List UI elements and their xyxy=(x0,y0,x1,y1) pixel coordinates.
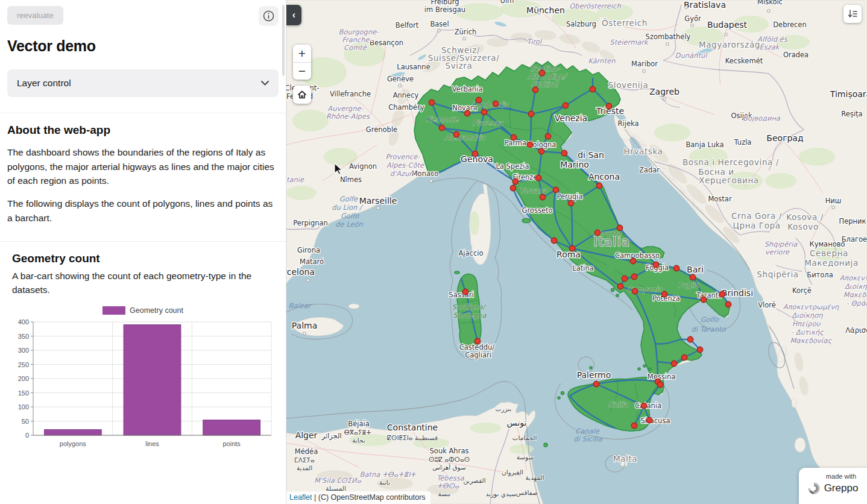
city-marker[interactable] xyxy=(540,194,545,200)
map-label: Marino xyxy=(560,160,589,169)
city-marker[interactable] xyxy=(528,111,534,116)
reevaluate-button[interactable]: reevaluate xyxy=(7,6,63,25)
city-marker[interactable] xyxy=(697,347,702,352)
city-marker[interactable] xyxy=(553,187,558,192)
map-label: المهدية xyxy=(525,474,544,482)
city-marker[interactable] xyxy=(641,403,646,408)
zoom-control: + − xyxy=(293,45,311,80)
city-marker[interactable] xyxy=(719,291,725,297)
map-label: Ajaccio xyxy=(459,249,484,257)
city-marker[interactable] xyxy=(632,288,637,294)
map-label: القصرين xyxy=(463,477,485,485)
svg-text:150: 150 xyxy=(18,389,29,397)
home-extent-button[interactable] xyxy=(293,86,311,104)
city-marker[interactable] xyxy=(538,148,544,154)
city-marker[interactable] xyxy=(493,101,498,106)
city-marker[interactable] xyxy=(476,97,481,102)
map-attribution: Leaflet | (C) OpenStreetMap contributors xyxy=(286,491,430,504)
city-marker[interactable] xyxy=(631,274,637,279)
city-marker[interactable] xyxy=(593,381,599,386)
city-marker[interactable] xyxy=(561,150,567,156)
city-marker[interactable] xyxy=(472,151,478,156)
city-marker[interactable] xyxy=(701,297,706,302)
map-label: Διοίκησ xyxy=(845,282,867,291)
map-label: Rhône-Alpes xyxy=(326,112,370,121)
city-marker[interactable] xyxy=(617,283,623,289)
info-button[interactable] xyxy=(259,6,279,26)
map-canvas[interactable]: Freiburgim BreisgauUlmMünchenOberösterre… xyxy=(286,0,867,504)
layers-list-button[interactable] xyxy=(843,5,862,23)
sidebar-scrollbar[interactable] xyxy=(282,5,285,76)
city-marker[interactable] xyxy=(512,178,518,184)
map-label: Reșița xyxy=(841,110,862,118)
city-marker[interactable] xyxy=(622,276,627,281)
city-marker[interactable] xyxy=(671,361,676,366)
town-dot xyxy=(666,43,669,46)
city-marker[interactable] xyxy=(532,87,538,92)
city-marker[interactable] xyxy=(481,109,487,115)
zoom-in-button[interactable]: + xyxy=(293,45,311,62)
greppo-badge[interactable]: made with Greppo xyxy=(799,468,867,504)
map-pane[interactable]: Freiburgim BreisgauUlmMünchenOberösterre… xyxy=(286,0,867,504)
leaflet-link[interactable]: Leaflet xyxy=(289,493,312,502)
city-marker[interactable] xyxy=(653,262,658,267)
city-marker[interactable] xyxy=(462,289,468,294)
city-marker[interactable] xyxy=(690,274,695,280)
sidebar-toolbar: reevaluate xyxy=(7,6,279,26)
city-marker[interactable] xyxy=(527,142,532,147)
map-label: Chambéry xyxy=(388,103,424,112)
city-marker[interactable] xyxy=(511,134,516,140)
city-marker[interactable] xyxy=(429,99,434,105)
city-marker[interactable] xyxy=(569,245,575,251)
map-label: سيدي بوزيد xyxy=(486,490,517,498)
town-dot xyxy=(643,70,646,73)
svg-text:lines: lines xyxy=(145,440,159,447)
city-marker[interactable] xyxy=(596,183,602,188)
map-label: du Lion / xyxy=(332,203,363,212)
city-marker[interactable] xyxy=(551,238,556,243)
city-marker[interactable] xyxy=(661,291,667,297)
svg-text:points: points xyxy=(222,440,241,447)
city-marker[interactable] xyxy=(464,110,470,116)
city-marker[interactable] xyxy=(568,200,573,206)
city-marker[interactable] xyxy=(539,70,544,75)
map-label: تونس xyxy=(507,418,527,428)
layer-control-toggle[interactable]: Layer control xyxy=(7,69,279,97)
map-label: Tirol xyxy=(527,37,543,46)
map-label: Μακεδο xyxy=(843,291,867,299)
city-marker[interactable] xyxy=(606,103,611,109)
map-label: Észak xyxy=(759,43,780,51)
map-label: Alpes-Côte xyxy=(386,161,424,169)
city-marker[interactable] xyxy=(453,131,459,137)
map-label: Österreich xyxy=(602,17,648,28)
city-marker[interactable] xyxy=(687,336,693,342)
city-marker[interactable] xyxy=(631,423,637,428)
city-marker[interactable] xyxy=(474,338,480,344)
city-marker[interactable] xyxy=(594,230,600,235)
city-marker[interactable] xyxy=(681,354,687,360)
zoom-out-button[interactable]: − xyxy=(293,62,311,80)
map-label: Sicilia xyxy=(608,400,628,409)
city-marker[interactable] xyxy=(590,86,595,92)
attribution-text: (C) OpenStreetMap contributors xyxy=(318,493,426,502)
home-icon xyxy=(297,89,307,100)
city-marker[interactable] xyxy=(535,175,541,180)
map-label: Provence- xyxy=(386,153,421,161)
map-label: Maribor xyxy=(631,60,658,68)
city-marker[interactable] xyxy=(673,265,679,271)
city-marker[interactable] xyxy=(563,102,568,108)
city-marker[interactable] xyxy=(510,185,515,191)
city-marker[interactable] xyxy=(617,225,622,230)
town-dot xyxy=(663,98,666,101)
city-marker[interactable] xyxy=(646,417,652,423)
map-label: باتنة xyxy=(379,479,390,486)
map-label: - Θράκ xyxy=(847,299,867,307)
sidebar-collapse-button[interactable]: ‹ xyxy=(286,5,301,25)
city-marker[interactable] xyxy=(545,133,550,139)
city-marker[interactable] xyxy=(439,125,444,130)
city-marker[interactable] xyxy=(725,301,731,307)
city-marker[interactable] xyxy=(630,258,635,263)
city-marker[interactable] xyxy=(657,382,663,387)
map-label: Kärnten xyxy=(588,57,616,65)
map-label: سوسة xyxy=(517,453,534,461)
